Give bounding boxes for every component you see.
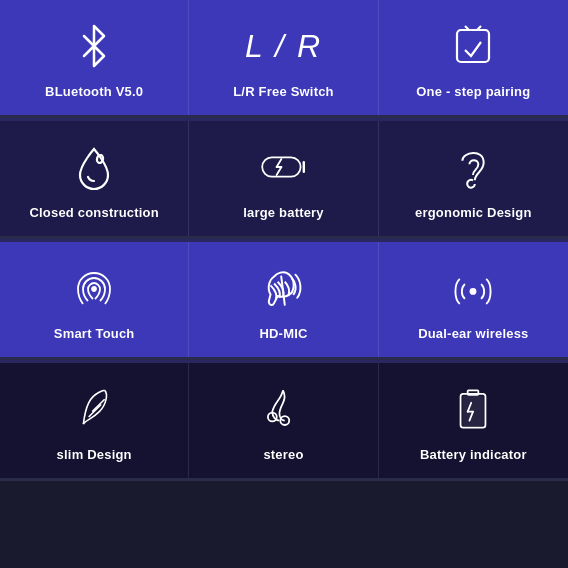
- svg-line-12: [92, 399, 104, 411]
- cell-bluetooth: BLuetooth V5.0: [0, 0, 189, 115]
- pairing-icon: [449, 18, 497, 74]
- svg-rect-0: [457, 30, 489, 62]
- music-note-icon: [259, 381, 307, 437]
- cell-dual-ear: Dual-ear wireless: [379, 242, 568, 357]
- cell-ergonomic: ergonomic Design: [379, 121, 568, 236]
- battery-indicator-label: Battery indicator: [420, 447, 527, 464]
- pairing-label: One - step pairing: [416, 84, 530, 101]
- mic-icon: [259, 260, 307, 316]
- lr-icon: L / R: [245, 18, 322, 74]
- bluetooth-label: BLuetooth V5.0: [45, 84, 143, 101]
- cell-pairing: One - step pairing: [379, 0, 568, 115]
- svg-line-6: [277, 159, 282, 167]
- row-1: BLuetooth V5.0 L / R L/R Free Switch One…: [0, 0, 568, 118]
- smart-touch-label: Smart Touch: [54, 326, 135, 343]
- wireless-icon: [449, 260, 497, 316]
- svg-line-8: [277, 167, 282, 175]
- row-2: Closed construction large battery ergono…: [0, 121, 568, 239]
- cell-slim-design: slim Design: [0, 363, 189, 478]
- row-3: Smart Touch HD-MIC: [0, 242, 568, 360]
- cell-battery: large battery: [189, 121, 378, 236]
- cell-hd-mic: HD-MIC: [189, 242, 378, 357]
- svg-point-11: [470, 288, 477, 295]
- stereo-label: stereo: [263, 447, 303, 464]
- ergonomic-label: ergonomic Design: [415, 205, 532, 222]
- svg-rect-21: [463, 395, 484, 425]
- feather-icon: [70, 381, 118, 437]
- svg-rect-17: [468, 390, 479, 394]
- cell-battery-indicator: Battery indicator: [379, 363, 568, 478]
- lr-label: L/R Free Switch: [233, 84, 334, 101]
- bluetooth-icon: [70, 18, 118, 74]
- closed-construction-label: Closed construction: [29, 205, 158, 222]
- dual-ear-label: Dual-ear wireless: [418, 326, 528, 343]
- cell-stereo: stereo: [189, 363, 378, 478]
- svg-point-3: [96, 154, 104, 163]
- cell-lr-switch: L / R L/R Free Switch: [189, 0, 378, 115]
- cell-closed-construction: Closed construction: [0, 121, 189, 236]
- svg-point-9: [92, 287, 96, 291]
- battery-charging-icon: [259, 139, 307, 195]
- hd-mic-label: HD-MIC: [259, 326, 307, 343]
- cell-smart-touch: Smart Touch: [0, 242, 189, 357]
- fingerprint-icon: [69, 260, 119, 316]
- slim-design-label: slim Design: [57, 447, 132, 464]
- battery-indicator-icon: [449, 381, 497, 437]
- ear-icon: [449, 139, 497, 195]
- row-4: slim Design stereo Battery indica: [0, 363, 568, 481]
- battery-label: large battery: [243, 205, 324, 222]
- waterproof-icon: [70, 139, 118, 195]
